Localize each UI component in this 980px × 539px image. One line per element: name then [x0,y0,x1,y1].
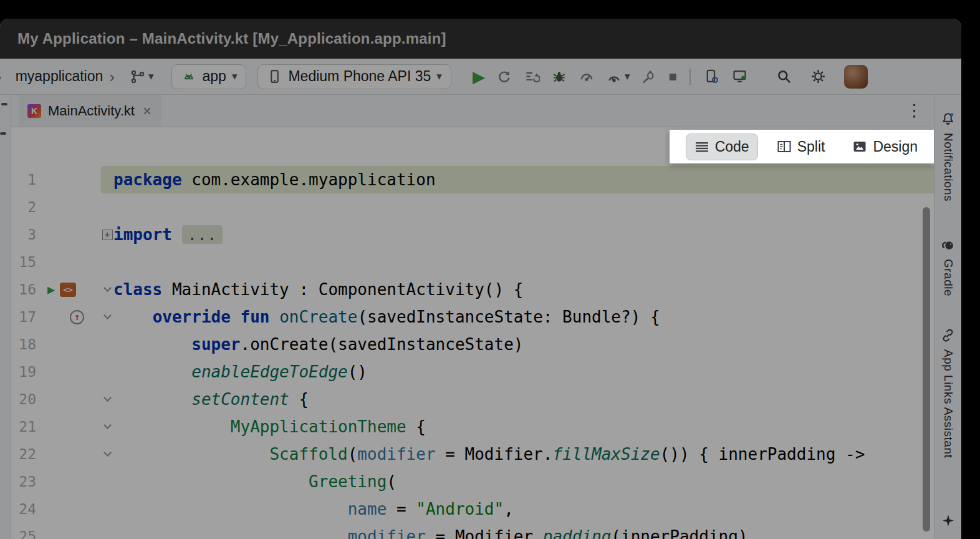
code-text: Greeting( [113,472,396,491]
activity-class-icon[interactable]: <> [60,283,76,297]
code-lines: 1package com.example.myapplication23+imp… [11,127,934,539]
chevron-down-icon: ▾ [625,71,630,82]
gutter-icons [41,358,101,386]
vcs-widget[interactable]: ▾ [127,66,156,87]
gradle-elephant-icon [940,237,956,253]
toolbar-separator [689,69,691,85]
link-icon [940,328,956,343]
apply-changes-button[interactable] [494,66,515,87]
code-text: Scaffold(modifier = Modifier.fillMaxSize… [113,445,865,464]
code-text: setContent { [113,390,309,409]
chevron-down-icon: ▾ [436,71,442,82]
gear-icon [810,68,827,85]
stop-button[interactable]: ■ [666,67,679,86]
fold-region-icon[interactable] [103,311,112,319]
mode-design-button[interactable]: Design [843,134,926,160]
phone-device-icon [267,69,282,84]
sidebar-item-gradle[interactable]: Gradle [940,237,956,296]
gutter-icons [41,166,101,193]
code-text: enableEdgeToEdge() [113,362,367,381]
profiler-icon [606,69,622,85]
run-config-selector[interactable]: app ▾ [171,64,247,89]
run-button[interactable]: ▶ [470,66,488,87]
debug-button[interactable] [549,66,570,87]
profile-low-overhead-button[interactable] [576,66,597,87]
gutter-icons [41,495,101,523]
screen: My Application – MainActivity.kt [My_App… [0,0,980,539]
line-number: 15 [11,254,41,270]
code-line: 2 [11,193,934,221]
running-devices-icon [731,68,748,85]
apply-code-changes-button[interactable] [521,66,542,87]
fold-column [101,453,113,455]
user-avatar[interactable] [844,65,868,89]
left-tool-stripe [0,95,11,539]
ide-body: K MainActivity.kt × ⋮ [0,95,961,539]
code-text: name = "Android", [113,500,514,518]
line-number: 1 [11,172,41,188]
editor-tabbar: K MainActivity.kt × ⋮ [11,95,934,127]
tool-stripe-mark [0,132,6,135]
sidebar-item-notifications[interactable]: Notifications [940,111,956,202]
line-number: 20 [11,391,41,407]
fold-region-icon[interactable] [103,449,112,457]
editor-column: K MainActivity.kt × ⋮ [11,95,934,539]
code-line: 1package com.example.myapplication [11,166,934,193]
run-line-icon[interactable]: ▶ [47,283,55,296]
code-text: package com.example.myapplication [113,170,436,189]
gutter-icons [41,413,101,440]
mode-split-button[interactable]: Split [768,134,834,160]
fold-region-icon[interactable] [103,421,112,429]
editor-mode-switch: Code Split [670,130,934,163]
fold-region-icon[interactable] [103,394,112,402]
code-text: modifier = Modifier.padding(innerPadding… [113,527,748,539]
device-manager-button[interactable] [701,66,723,87]
editor-options-kebab[interactable]: ⋮ [906,102,923,119]
window-title: My Application – MainActivity.kt [My_App… [17,30,446,47]
line-number: 2 [11,199,41,215]
stop-icon: ■ [668,70,676,84]
gutter-icons [41,523,101,539]
code-editor[interactable]: Code Split [11,127,934,539]
gutter-icons [41,331,101,358]
notifications-label: Notifications [941,133,955,202]
profiler-button[interactable]: ▾ [603,66,633,87]
code-line: 19 enableEdgeToEdge() [11,358,934,386]
gutter-icons: ▶<> [41,276,101,303]
editor-tab-mainactivity[interactable]: K MainActivity.kt × [19,95,161,127]
tab-close-icon[interactable]: × [142,104,153,119]
right-tool-stripe: Notifications Gradle [934,95,961,539]
mode-design-label: Design [873,138,918,155]
design-view-icon [852,139,867,154]
settings-button[interactable] [807,66,829,87]
mode-code-button[interactable]: Code [686,134,758,160]
code-line: 17↑ override fun onCreate(savedInstanceS… [11,303,934,331]
gutter-icons [41,248,101,276]
code-text: import ... [113,225,223,244]
overriding-method-icon[interactable]: ↑ [70,310,84,324]
code-text: override fun onCreate(savedInstanceState… [113,308,660,326]
play-icon: ▶ [473,69,485,85]
mode-split-label: Split [797,138,825,155]
search-everywhere-button[interactable] [773,66,795,87]
chevron-down-icon: ▾ [148,71,154,82]
editor-scrollbar[interactable] [923,207,930,532]
sidebar-item-app-links-assistant[interactable]: App Links Assistant [940,328,956,458]
line-number: 21 [11,419,41,435]
gemini-sparkle-icon[interactable] [941,513,956,530]
running-devices-button[interactable] [729,66,751,87]
line-number: 3 [11,226,41,243]
unfold-imports-icon[interactable]: + [102,230,113,240]
gradle-label: Gradle [941,259,955,296]
debug-bug-icon [551,69,567,85]
project-selector[interactable]: myapplication [12,66,107,87]
mode-code-label: Code [715,138,749,155]
fold-column [101,288,113,291]
attach-debugger-button[interactable] [638,66,660,87]
code-line: 20 setContent { [11,386,934,413]
line-number: 24 [11,501,41,517]
code-line: 15 [11,248,934,276]
device-selector[interactable]: Medium Phone API 35 ▾ [257,64,451,89]
code-view-icon [694,139,709,154]
fold-region-icon[interactable] [103,284,112,292]
